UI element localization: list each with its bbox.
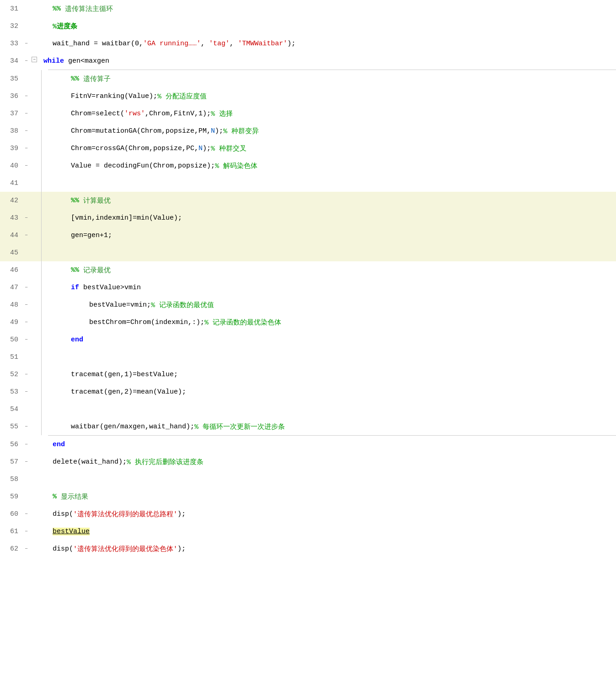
code-content-34: while gen<maxgen xyxy=(43,52,616,70)
vbar-45 xyxy=(39,244,43,261)
code-container: 31%% 遗传算法主循环32%进度条33–wait_hand = waitbar… xyxy=(0,0,616,697)
line-number-54: 54 xyxy=(0,400,23,418)
code-content-48: bestValue=vmin;% 记录函数的最优值 xyxy=(43,296,616,313)
code-line-53: 53–tracemat(gen,2)=mean(Value); xyxy=(0,383,616,400)
line-number-62: 62 xyxy=(0,540,23,557)
fold-32 xyxy=(30,17,39,35)
fold-45 xyxy=(30,244,39,261)
code-content-61: bestValue xyxy=(43,523,616,540)
line-number-32: 32 xyxy=(0,17,23,35)
line-number-46: 46 xyxy=(0,261,23,279)
line-number-51: 51 xyxy=(0,348,23,366)
vbar-43 xyxy=(39,209,43,227)
dash-33: – xyxy=(23,35,30,52)
fold-50 xyxy=(30,331,39,348)
code-line-52: 52–tracemat(gen,1)=bestValue; xyxy=(0,366,616,383)
fold-41 xyxy=(30,174,39,192)
code-content-35: %% 遗传算子 xyxy=(43,70,616,87)
code-line-43: 43–[vmin,indexmin]=min(Value); xyxy=(0,209,616,227)
vbar-51 xyxy=(39,348,43,366)
fold-60 xyxy=(30,505,39,523)
line-number-45: 45 xyxy=(0,244,23,261)
code-content-43: [vmin,indexmin]=min(Value); xyxy=(43,209,616,227)
vbar-62 xyxy=(39,540,43,557)
fold-52 xyxy=(30,366,39,383)
fold-39 xyxy=(30,140,39,157)
code-content-44: gen=gen+1; xyxy=(43,227,616,244)
line-number-44: 44 xyxy=(0,227,23,244)
line-number-48: 48 xyxy=(0,296,23,313)
code-line-41: 41 xyxy=(0,174,616,192)
vbar-35 xyxy=(39,70,43,87)
fold-47 xyxy=(30,279,39,296)
code-content-56: end xyxy=(43,436,616,453)
vbar-56 xyxy=(39,436,43,453)
code-content-53: tracemat(gen,2)=mean(Value); xyxy=(43,383,616,400)
line-number-35: 35 xyxy=(0,70,23,87)
dash-37: – xyxy=(23,105,30,122)
code-line-35: 35%% 遗传算子 xyxy=(0,70,616,87)
code-content-57: delete(wait_hand);% 执行完后删除该进度条 xyxy=(43,453,616,470)
dash-47: – xyxy=(23,279,30,296)
dash-44: – xyxy=(23,227,30,244)
code-content-58 xyxy=(43,470,616,488)
line-number-31: 31 xyxy=(0,0,23,17)
code-content-42: %% 计算最优 xyxy=(43,192,616,209)
line-number-40: 40 xyxy=(0,157,23,174)
line-number-53: 53 xyxy=(0,383,23,400)
code-content-51 xyxy=(43,348,616,366)
code-line-36: 36–FitnV=ranking(Value);% 分配适应度值 xyxy=(0,87,616,105)
code-line-39: 39–Chrom=crossGA(Chrom,popsize,PC,N);% 种… xyxy=(0,140,616,157)
vbar-42 xyxy=(39,192,43,209)
fold-59 xyxy=(30,488,39,505)
fold-49 xyxy=(30,313,39,331)
vbar-59 xyxy=(39,488,43,505)
fold-51 xyxy=(30,348,39,366)
code-line-55: 55–waitbar(gen/maxgen,wait_hand);% 每循环一次… xyxy=(0,418,616,435)
line-number-42: 42 xyxy=(0,192,23,209)
line-number-50: 50 xyxy=(0,331,23,348)
code-line-31: 31%% 遗传算法主循环 xyxy=(0,0,616,17)
fold-56 xyxy=(30,436,39,453)
code-line-59: 59% 显示结果 xyxy=(0,488,616,505)
dash-50: – xyxy=(23,331,30,348)
code-content-54 xyxy=(43,400,616,418)
vbar-44 xyxy=(39,227,43,244)
vbar-48 xyxy=(39,296,43,313)
line-number-43: 43 xyxy=(0,209,23,227)
vbar-33 xyxy=(39,35,43,52)
code-content-52: tracemat(gen,1)=bestValue; xyxy=(43,366,616,383)
line-number-57: 57 xyxy=(0,453,23,470)
dash-54 xyxy=(23,400,30,418)
fold-35 xyxy=(30,70,39,87)
vbar-52 xyxy=(39,366,43,383)
vbar-61 xyxy=(39,523,43,540)
fold-46 xyxy=(30,261,39,279)
dash-38: – xyxy=(23,122,30,140)
line-number-55: 55 xyxy=(0,418,23,435)
vbar-38 xyxy=(39,122,43,140)
fold-44 xyxy=(30,227,39,244)
fold-55 xyxy=(30,418,39,435)
fold-42 xyxy=(30,192,39,209)
code-content-40: Value = decodingFun(Chrom,popsize);% 解码染… xyxy=(43,157,616,174)
code-content-32: %进度条 xyxy=(43,17,616,35)
vbar-37 xyxy=(39,105,43,122)
fold-34[interactable]: − xyxy=(30,52,39,70)
code-line-54: 54 xyxy=(0,400,616,418)
code-line-60: 60–disp('遗传算法优化得到的最优总路程'); xyxy=(0,505,616,523)
line-number-39: 39 xyxy=(0,140,23,157)
line-number-36: 36 xyxy=(0,87,23,105)
fold-58 xyxy=(30,470,39,488)
dash-51 xyxy=(23,348,30,366)
code-line-46: 46%% 记录最优 xyxy=(0,261,616,279)
fold-62 xyxy=(30,540,39,557)
line-number-34: 34 xyxy=(0,52,23,70)
code-line-33: 33–wait_hand = waitbar(0,'GA running……',… xyxy=(0,35,616,52)
line-number-60: 60 xyxy=(0,505,23,523)
dash-34: – xyxy=(23,52,30,70)
vbar-53 xyxy=(39,383,43,400)
dash-49: – xyxy=(23,313,30,331)
code-line-56: 56–end xyxy=(0,436,616,453)
vbar-34 xyxy=(39,52,43,70)
